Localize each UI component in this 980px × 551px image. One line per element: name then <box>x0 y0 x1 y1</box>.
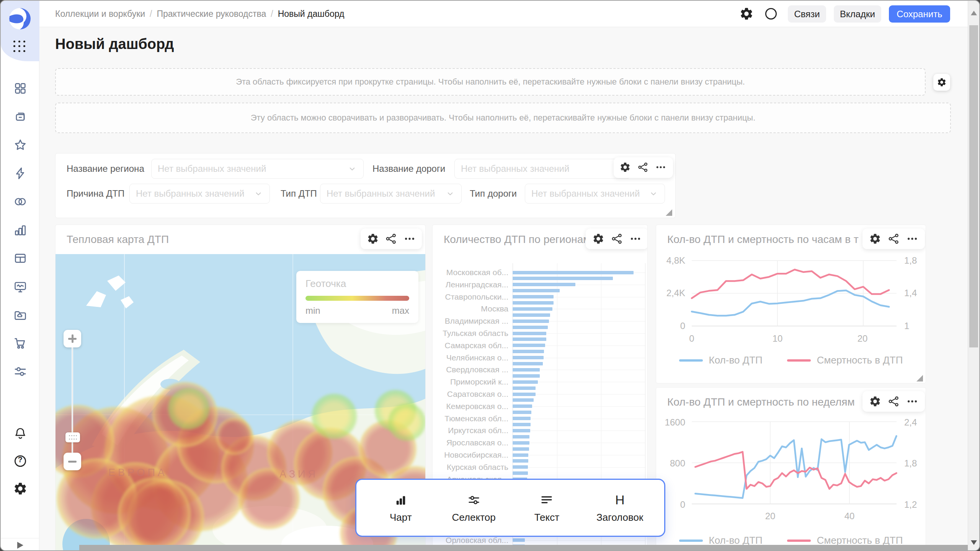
bar-23[interactable] <box>513 411 531 414</box>
map-zoom-handle[interactable] <box>65 432 80 442</box>
widget-settings-gear-icon[interactable] <box>367 233 379 245</box>
notifications-bell-icon[interactable] <box>13 426 28 441</box>
cloud-folder-icon[interactable] <box>13 308 28 322</box>
bar-22[interactable] <box>513 404 532 408</box>
bar-5[interactable] <box>513 301 554 305</box>
collections-icon[interactable] <box>13 109 28 124</box>
widget-settings-gear-icon[interactable] <box>869 233 881 245</box>
hourly-plot[interactable] <box>688 257 903 333</box>
bar-2[interactable] <box>513 283 575 286</box>
table-icon[interactable] <box>13 251 28 266</box>
toolbar-item-heading[interactable]: HЗаголовок <box>591 492 648 523</box>
toolbar-item-chart[interactable]: Чарт <box>372 492 430 523</box>
selector-dropdown-road-name[interactable]: Нет выбранных значений <box>454 159 630 179</box>
widget-more-icon[interactable] <box>906 395 918 408</box>
bar-11[interactable] <box>513 337 546 341</box>
selector-dropdown-road-type[interactable]: Нет выбранных значений <box>525 184 665 204</box>
bar-20[interactable] <box>513 393 536 396</box>
bar-12[interactable] <box>513 344 545 347</box>
bar-6[interactable] <box>513 307 552 311</box>
widget-more-icon[interactable] <box>906 233 918 245</box>
monitor-icon[interactable] <box>13 279 28 294</box>
widget-links-icon[interactable] <box>385 233 397 245</box>
favorites-star-icon[interactable] <box>13 138 28 152</box>
marketplace-cart-icon[interactable] <box>13 336 28 350</box>
bar-19[interactable] <box>513 386 536 390</box>
widget-links-icon[interactable] <box>888 233 900 245</box>
selector-dropdown-region-name[interactable]: Нет выбранных значений <box>151 159 364 179</box>
collapsible-area-placeholder[interactable]: Эту область можно сворачивать и разворач… <box>55 103 951 133</box>
bar-27[interactable] <box>513 435 529 439</box>
services-sliders-icon[interactable] <box>13 364 28 379</box>
bar-26[interactable] <box>513 429 530 432</box>
bar-9[interactable] <box>513 326 548 329</box>
breadcrumb-guides[interactable]: Практические руководства <box>157 9 266 19</box>
bar-13[interactable] <box>513 350 544 353</box>
toolbar-item-selector[interactable]: Селектор <box>445 492 503 523</box>
widget-more-icon[interactable] <box>655 161 667 174</box>
scroll-up-icon[interactable] <box>971 11 977 15</box>
selector-dropdown-accident-cause[interactable]: Нет выбранных значений <box>129 184 270 204</box>
widget-links-icon[interactable] <box>611 233 623 245</box>
tabs-button[interactable]: Вкладки <box>834 5 881 23</box>
apps-grid-icon[interactable] <box>13 41 26 53</box>
legend-item-death[interactable]: Смертность в ДТП <box>787 354 903 366</box>
charts-bar-icon[interactable] <box>13 223 28 237</box>
chevron-down-icon[interactable] <box>253 189 263 199</box>
chevron-down-icon[interactable] <box>648 189 658 199</box>
bar-18[interactable] <box>513 380 538 384</box>
lightning-icon[interactable] <box>13 166 28 181</box>
toolbar-item-text[interactable]: Текст <box>518 492 575 523</box>
resize-handle[interactable] <box>666 209 672 216</box>
resize-handle[interactable] <box>916 375 923 381</box>
datalens-logo[interactable] <box>9 8 31 30</box>
bar-10[interactable] <box>513 332 546 335</box>
bar-30[interactable] <box>513 453 528 457</box>
widget-links-icon[interactable] <box>637 161 650 174</box>
vertical-scrollbar-thumb[interactable] <box>969 25 978 347</box>
bar-44[interactable] <box>513 538 525 542</box>
fixed-area-settings-button[interactable] <box>933 74 950 91</box>
widget-settings-gear-icon[interactable] <box>869 395 881 408</box>
bar-29[interactable] <box>513 447 529 451</box>
fixed-area-placeholder[interactable]: Эта область фиксируется при прокрутке ст… <box>55 68 926 96</box>
bar-28[interactable] <box>513 441 529 445</box>
bar-4[interactable] <box>513 295 554 298</box>
map-zoom-in-button[interactable] <box>64 330 81 347</box>
bar-33[interactable] <box>513 471 528 475</box>
datasets-circles-icon[interactable] <box>13 194 28 209</box>
bar-31[interactable] <box>513 459 528 463</box>
bar-8[interactable] <box>513 320 549 323</box>
help-icon[interactable]: ? <box>13 454 28 468</box>
scroll-down-icon[interactable] <box>971 540 977 545</box>
bar-7[interactable] <box>513 313 550 317</box>
save-button[interactable]: Сохранить <box>889 5 950 23</box>
bar-14[interactable] <box>513 356 544 359</box>
bar-1[interactable] <box>513 277 613 280</box>
sidebar-collapse-button[interactable] <box>1 538 39 551</box>
dashboards-grid-icon[interactable] <box>13 81 28 96</box>
bar-0[interactable] <box>513 271 634 274</box>
map-zoom-out-button[interactable] <box>64 453 81 470</box>
vertical-scrollbar[interactable] <box>968 1 979 551</box>
bar-3[interactable] <box>513 289 560 292</box>
widget-settings-gear-icon[interactable] <box>592 233 604 245</box>
horizontal-scrollbar-thumb[interactable] <box>79 545 968 550</box>
selector-dropdown-accident-type[interactable]: Нет выбранных значений <box>320 184 462 204</box>
bar-17[interactable] <box>513 374 540 378</box>
bar-25[interactable] <box>513 423 531 426</box>
links-button[interactable]: Связи <box>788 5 826 23</box>
bar-24[interactable] <box>513 417 531 420</box>
bar-15[interactable] <box>513 362 543 365</box>
chevron-down-icon[interactable] <box>347 164 357 174</box>
chevron-down-icon[interactable] <box>445 189 455 199</box>
widget-more-icon[interactable] <box>403 233 416 245</box>
widget-links-icon[interactable] <box>888 395 900 408</box>
breadcrumb-collections[interactable]: Коллекции и воркбуки <box>55 9 145 19</box>
dashboard-settings-gear-icon[interactable] <box>739 7 754 21</box>
settings-gear-icon[interactable] <box>13 481 28 496</box>
bar-32[interactable] <box>513 465 528 469</box>
bar-21[interactable] <box>513 398 534 402</box>
widget-settings-gear-icon[interactable] <box>619 161 632 174</box>
weekly-plot[interactable] <box>688 418 903 510</box>
